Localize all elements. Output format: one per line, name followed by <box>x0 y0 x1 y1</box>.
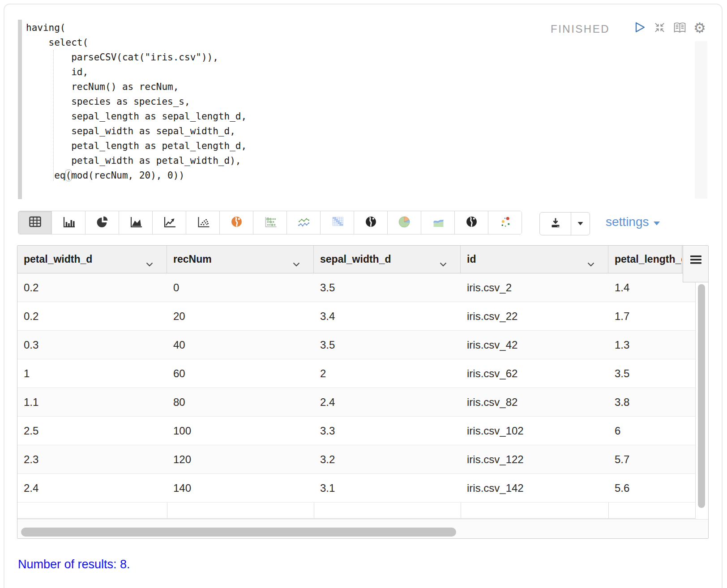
code-line: petal_length as petal_length_d, <box>26 139 247 153</box>
table-cell: 80 <box>167 388 314 416</box>
settings-toggle[interactable]: settings <box>606 215 660 229</box>
globe-dark-icon <box>465 215 478 230</box>
chart-type-area-chart[interactable] <box>119 211 153 234</box>
chart-type-multi-line-chart[interactable] <box>287 211 321 234</box>
table-icon <box>28 216 42 230</box>
table-cell: 2 <box>314 359 461 388</box>
table-cell: iris.csv_42 <box>461 331 608 359</box>
table-cell: 1.3 <box>608 331 695 359</box>
book-icon <box>673 21 687 35</box>
code-editor-text[interactable]: having( select( parseCSV(cat("iris.csv")… <box>26 21 247 183</box>
chart-type-map[interactable] <box>220 211 253 234</box>
chevron-down-icon[interactable] <box>440 257 447 269</box>
settings-caret-icon <box>653 215 660 229</box>
pie-chart-icon <box>96 215 109 230</box>
table-cell: 1.4 <box>608 273 695 302</box>
editor-gutter <box>18 20 22 199</box>
table-cell: 0.3 <box>17 331 167 359</box>
column-header-recNum[interactable]: recNum <box>167 246 314 273</box>
table-cell: 100 <box>167 417 314 445</box>
table-cell: 3.5 <box>608 359 695 388</box>
scatter-plot-icon <box>196 216 210 230</box>
editor-scrollbar[interactable] <box>695 41 707 199</box>
paragraph-settings-button[interactable]: ⚙ <box>693 21 706 35</box>
column-header-petal_width_d[interactable]: petal_width_d <box>17 246 167 273</box>
area-colored-icon <box>431 216 445 230</box>
chevron-down-icon[interactable] <box>146 257 153 269</box>
chart-type-bubble-matrix[interactable] <box>253 211 287 234</box>
download-button[interactable] <box>540 213 571 235</box>
table-cell: 3.4 <box>314 302 461 330</box>
table-cell: 1.7 <box>608 302 695 330</box>
code-line: sepal_width as sepal_width_d, <box>26 124 247 139</box>
code-line: species as species_s, <box>26 94 247 109</box>
column-header-petal_length_d[interactable]: petal_length_d <box>608 246 682 273</box>
table-cell: 1.1 <box>17 388 167 416</box>
table-cell: 2.4 <box>314 388 461 416</box>
chart-type-toolbar <box>18 211 522 234</box>
table-cell: 60 <box>167 359 314 388</box>
download-split-button <box>539 212 590 235</box>
table-cell: iris.csv_22 <box>461 302 608 330</box>
code-line: id, <box>26 65 247 80</box>
column-divider <box>695 273 696 519</box>
chart-type-line-chart[interactable] <box>153 211 186 234</box>
collapse-button[interactable] <box>653 21 666 35</box>
chevron-down-icon[interactable] <box>587 257 594 269</box>
column-header-id[interactable]: id <box>461 246 608 273</box>
multi-line-chart-icon <box>297 216 311 230</box>
chart-type-pie-chart[interactable] <box>86 211 119 234</box>
paragraph-status: FINISHED <box>551 23 610 35</box>
table-header-row: petal_width_drecNumsepal_width_didpetal_… <box>17 246 708 273</box>
table-cell: 5.6 <box>608 474 695 502</box>
chart-type-scatter-colored[interactable] <box>488 211 522 234</box>
chart-type-globe-map-2[interactable] <box>455 211 488 234</box>
chart-type-globe-map[interactable] <box>354 211 388 234</box>
table-cell: iris.csv_2 <box>461 273 608 302</box>
table-row: 0.203.5iris.csv_21.4 <box>17 273 695 302</box>
gear-icon: ⚙ <box>693 22 706 34</box>
bar-chart-icon <box>62 216 76 230</box>
table-cell: 3.5 <box>314 273 461 302</box>
table-vertical-scrollbar[interactable] <box>698 284 705 508</box>
table-menu-button[interactable] <box>683 246 708 282</box>
download-icon <box>549 217 562 230</box>
column-header-label: id <box>467 253 476 265</box>
chart-type-table[interactable] <box>18 211 52 234</box>
table-cell: 3.1 <box>314 474 461 502</box>
table-row: 1602iris.csv_623.5 <box>17 359 695 388</box>
run-button[interactable] <box>633 21 646 35</box>
table-row: 2.31203.2iris.csv_1225.7 <box>17 445 695 474</box>
table-cell: 3.5 <box>314 331 461 359</box>
table-cell: 120 <box>167 445 314 473</box>
code-line: select( <box>26 35 247 50</box>
code-line: recNum() as recNum, <box>26 80 247 94</box>
table-cell: 0.2 <box>17 302 167 330</box>
scatter-colored-icon <box>499 215 512 230</box>
table-cell: iris.csv_122 <box>461 445 608 473</box>
download-options-button[interactable] <box>571 213 590 235</box>
code-line: having( <box>26 21 247 35</box>
table-cell: 2.4 <box>17 474 167 502</box>
table-cell: 3.2 <box>314 445 461 473</box>
column-header-label: petal_length_d <box>615 253 682 265</box>
globe-dark-icon <box>364 215 377 230</box>
column-header-sepal_width_d[interactable]: sepal_width_d <box>314 246 461 273</box>
chart-type-heatmap[interactable] <box>321 211 354 234</box>
report-view-button[interactable] <box>673 21 686 35</box>
code-line: sepal_length as sepal_length_d, <box>26 109 247 124</box>
chart-type-area-chart-colored[interactable] <box>421 211 455 234</box>
table-row: 1.1802.4iris.csv_823.8 <box>17 388 695 417</box>
code-line: parseCSV(cat("iris.csv")), <box>26 50 247 65</box>
line-chart-icon <box>163 216 176 230</box>
chart-type-pie-chart-colored[interactable] <box>388 211 421 234</box>
column-header-label: sepal_width_d <box>320 253 391 265</box>
result-table: petal_width_drecNumsepal_width_didpetal_… <box>17 245 709 539</box>
table-cell: 20 <box>167 302 314 330</box>
collapse-icon <box>654 21 666 35</box>
chart-type-bar-chart[interactable] <box>52 211 86 234</box>
table-horizontal-scrollbar[interactable] <box>21 528 456 537</box>
chevron-down-icon[interactable] <box>293 257 300 269</box>
chart-type-scatter-plot[interactable] <box>186 211 220 234</box>
table-cell: iris.csv_82 <box>461 388 608 416</box>
